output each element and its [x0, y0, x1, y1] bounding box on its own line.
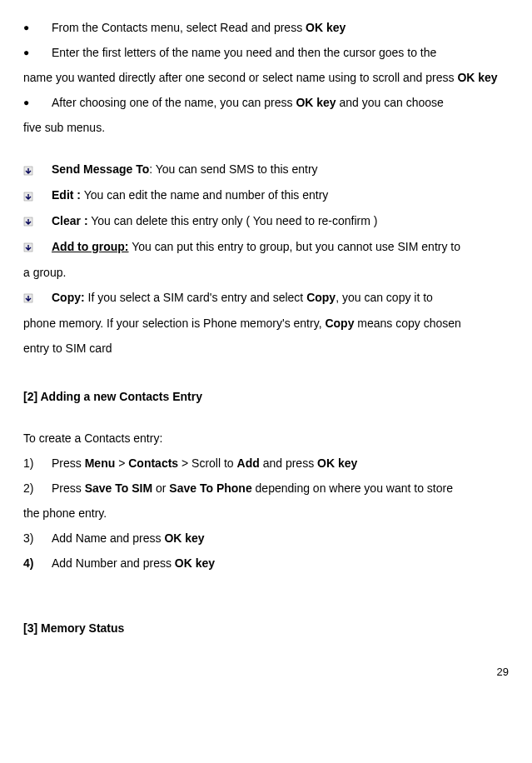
bold-text: OK key — [164, 531, 204, 545]
text: Press — [52, 456, 85, 470]
submenu-text: Add to group: You can put this entry to … — [52, 234, 509, 259]
step-item: 3) Add Name and press OK key — [23, 526, 509, 551]
submenu-item: Send Message To: You can send SMS to thi… — [23, 157, 509, 182]
submenu-desc: : You can send SMS to this entry — [149, 162, 317, 176]
step-text: Press Menu > Contacts > Scroll to Add an… — [52, 451, 509, 476]
text: means copy chosen — [354, 317, 460, 330]
submenu-item: Clear : You can delete this entry only (… — [23, 208, 509, 234]
text: Press — [52, 481, 85, 495]
bold-text: Add — [237, 456, 260, 470]
submenu-label: Edit : — [52, 188, 81, 202]
step-item: 1) Press Menu > Contacts > Scroll to Add… — [23, 451, 509, 476]
submenu-label: Add to group: — [52, 240, 129, 253]
step-item: 4) Add Number and press OK key — [23, 551, 509, 576]
text: > — [115, 456, 128, 470]
bullet-item: ● After choosing one of the name, you ca… — [23, 90, 509, 115]
submenu-item: Edit : You can edit the name and number … — [23, 182, 509, 208]
intro-text: To create a Contacts entry: — [23, 426, 509, 451]
section-heading: [3] Memory Status — [23, 616, 509, 641]
text: or — [152, 481, 169, 495]
bold-text: OK key — [296, 96, 336, 109]
bullet-item: ● From the Contacts menu, select Read an… — [23, 15, 509, 40]
text: , you can copy it to — [336, 291, 433, 304]
step-number: 2) — [23, 476, 52, 501]
step-number: 1) — [23, 451, 52, 476]
arrow-icon — [23, 285, 52, 311]
step-item: 2) Press Save To SIM or Save To Phone de… — [23, 476, 509, 501]
bold-text: Menu — [85, 456, 116, 470]
bold-text: OK key — [317, 456, 357, 470]
text: After choosing one of the name, you can … — [52, 96, 296, 109]
bold-text: OK key — [175, 556, 215, 570]
step-text: Add Name and press OK key — [52, 526, 509, 551]
submenu-label: Copy: — [52, 291, 85, 304]
bold-text: Contacts — [128, 456, 178, 470]
submenu-text: Edit : You can edit the name and number … — [52, 182, 509, 207]
bold-text: OK key — [306, 21, 346, 34]
submenu-desc: You can put this entry to group, but you… — [129, 240, 460, 253]
bold-text: Copy — [306, 291, 336, 304]
submenu-desc: You can delete this entry only ( You nee… — [88, 214, 378, 227]
arrow-icon — [23, 182, 52, 208]
text: Add Name and press — [52, 531, 164, 545]
submenu-item: Copy: If you select a SIM card's entry a… — [23, 285, 509, 311]
continuation-text: phone memory. If your selection is Phone… — [23, 311, 509, 336]
submenu-label: Clear : — [52, 214, 88, 227]
continuation-text: a group. — [23, 260, 509, 285]
continuation-text: five sub menus. — [23, 115, 509, 140]
text: phone memory. If your selection is Phone… — [23, 317, 325, 330]
step-text: Press Save To SIM or Save To Phone depen… — [52, 476, 509, 501]
bold-text: Save To SIM — [85, 481, 152, 495]
page-number: 29 — [23, 661, 509, 684]
arrow-icon — [23, 234, 52, 260]
continuation-text: name you wanted directly after one secon… — [23, 65, 509, 90]
text: depending on where you want to store — [252, 481, 453, 495]
step-number: 4) — [23, 551, 52, 576]
submenu-text: Send Message To: You can send SMS to thi… — [52, 157, 509, 182]
bullet-text: From the Contacts menu, select Read and … — [52, 15, 509, 40]
arrow-icon — [23, 208, 52, 234]
bullet-icon: ● — [23, 40, 52, 65]
text: Add Number and press — [52, 556, 175, 570]
step-text: Add Number and press OK key — [52, 551, 509, 576]
section-heading: [2] Adding a new Contacts Entry — [23, 384, 509, 409]
bullet-icon: ● — [23, 90, 52, 115]
bullet-item: ● Enter the first letters of the name yo… — [23, 40, 509, 65]
text: name you wanted directly after one secon… — [23, 71, 457, 84]
bullet-text: After choosing one of the name, you can … — [52, 90, 509, 115]
submenu-label: Send Message To — [52, 162, 149, 176]
bold-text: Save To Phone — [169, 481, 251, 495]
submenu-item: Add to group: You can put this entry to … — [23, 234, 509, 260]
text: From the Contacts menu, select Read and … — [52, 21, 306, 34]
submenu-text: Copy: If you select a SIM card's entry a… — [52, 285, 509, 310]
step-number: 3) — [23, 526, 52, 551]
bold-text: Copy — [325, 317, 354, 330]
text: and you can choose — [336, 96, 444, 109]
continuation-text: the phone entry. — [23, 501, 509, 526]
bullet-text: Enter the first letters of the name you … — [52, 40, 509, 65]
text: If you select a SIM card's entry and sel… — [85, 291, 306, 304]
arrow-icon — [23, 157, 52, 182]
text: > Scroll to — [178, 456, 236, 470]
bullet-icon: ● — [23, 15, 52, 40]
submenu-desc: You can edit the name and number of this… — [81, 188, 328, 202]
submenu-text: Clear : You can delete this entry only (… — [52, 208, 509, 233]
continuation-text: entry to SIM card — [23, 336, 509, 361]
bold-text: OK key — [457, 71, 497, 84]
text: and press — [260, 456, 317, 470]
